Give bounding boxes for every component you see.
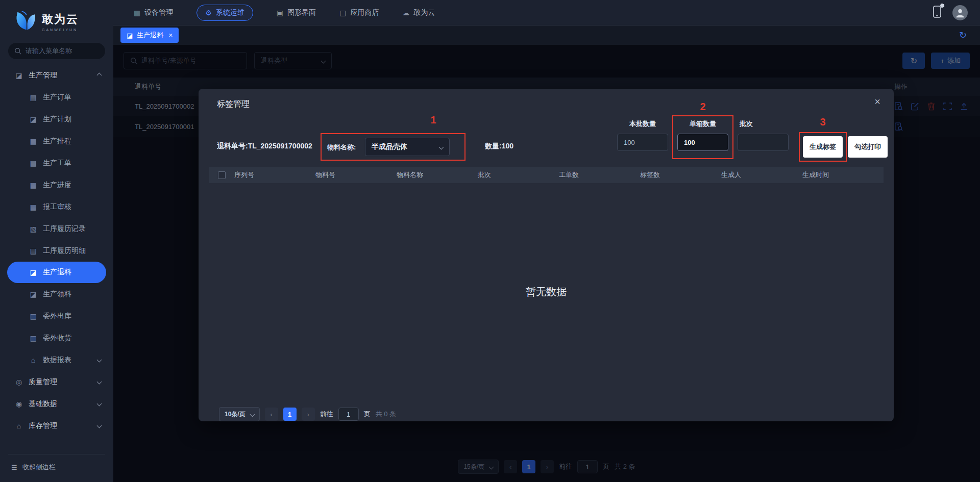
chevron-down-icon <box>97 423 102 428</box>
butterfly-logo-icon <box>13 10 37 33</box>
document-icon: ▧ <box>29 225 38 233</box>
menu-search-placeholder: 请输入菜单名称 <box>26 46 72 56</box>
return-order-number: 退料单号:TL_2025091700002 <box>217 142 312 151</box>
column-work-order-count: 工单数 <box>559 170 640 180</box>
batch-field: 批次 <box>738 119 789 151</box>
search-icon <box>14 47 21 55</box>
menu-search-input[interactable]: 请输入菜单名称 <box>8 43 105 59</box>
clipboard-icon: ▤ <box>29 93 38 102</box>
brand-name: 敢为云 <box>42 12 79 27</box>
generate-labels-button[interactable]: 生成标签 <box>803 136 843 158</box>
prev-page-button[interactable]: ‹ <box>265 408 278 421</box>
dialog-title: 标签管理 <box>217 99 250 110</box>
chevron-down-icon <box>97 401 102 407</box>
column-serial-no: 序列号 <box>234 170 315 180</box>
sidebar-item-report-audit[interactable]: ▦ 报工审核 <box>0 196 113 218</box>
annotation-number-3: 3 <box>799 116 847 128</box>
dialog-pagination: 10条/页 ‹ 1 › 前往 页 共 0 条 <box>219 407 396 421</box>
tab-refresh-icon[interactable]: ↻ <box>959 30 967 41</box>
total-count: 共 0 条 <box>376 410 396 419</box>
document-icon: ▥ <box>29 312 38 320</box>
batch-quantity-input[interactable] <box>617 134 668 151</box>
batch-input[interactable] <box>738 134 789 151</box>
goto-page-input[interactable] <box>338 408 359 421</box>
phone-badge-icon <box>940 3 945 8</box>
nav-device-mgmt[interactable]: ▥ 设备管理 <box>134 8 173 17</box>
user-avatar[interactable] <box>952 5 968 20</box>
app-root: 敢为云 GANWEIYUN 请输入菜单名称 ◪ 生产管理 ▤ 生产订单 ◪ <box>0 0 980 482</box>
box-quantity-input[interactable] <box>677 134 728 151</box>
page-size-select[interactable]: 10条/页 <box>219 407 260 421</box>
sidebar-item-data-report[interactable]: ⌂ 数据报表 <box>0 349 113 371</box>
tab-bar: ◪ 生产退料 × ↻ <box>113 26 980 45</box>
calendar-icon: ▦ <box>29 203 38 211</box>
sidebar-item-production-schedule[interactable]: ▦ 生产排程 <box>0 130 113 152</box>
next-page-button[interactable]: › <box>302 408 315 421</box>
column-create-time: 生成时间 <box>802 170 884 180</box>
dialog-close-icon[interactable]: × <box>874 96 880 108</box>
monitor-icon: ▣ <box>277 9 283 17</box>
nav-system-ops[interactable]: ⚙ 系统运维 <box>197 5 253 21</box>
cube-icon: ◪ <box>29 290 38 298</box>
sidebar-item-production-order[interactable]: ▤ 生产订单 <box>0 86 113 108</box>
collapse-sidebar-icon: ☰ <box>11 464 17 471</box>
label-management-dialog: 标签管理 × 退料单号:TL_2025091700002 物料名称: 半成品壳体… <box>199 89 894 421</box>
butterfly-icon: ☁ <box>402 9 409 17</box>
shield-icon: ◎ <box>14 378 23 386</box>
annotation-number-1: 1 <box>418 114 449 126</box>
chevron-down-icon <box>97 379 102 385</box>
calendar-icon: ▦ <box>29 181 38 189</box>
print-selected-button[interactable]: 勾选打印 <box>848 136 888 158</box>
column-material-no: 物料号 <box>315 170 397 180</box>
sidebar-item-outsource-receive[interactable]: ▥ 委外收货 <box>0 327 113 349</box>
annotation-number-2: 2 <box>672 101 733 113</box>
brand-subtitle: GANWEIYUN <box>42 28 79 32</box>
column-label-count: 标签数 <box>640 170 721 180</box>
sidebar-item-work-order[interactable]: ▤ 生产工单 <box>0 152 113 174</box>
batch-quantity-field: 本批数量 <box>617 119 668 151</box>
document-icon: ▤ <box>29 247 38 255</box>
globe-icon: ◉ <box>14 400 23 408</box>
sidebar-item-inventory-mgmt[interactable]: ⌂ 库存管理 <box>0 415 113 437</box>
chevron-down-icon <box>97 358 102 363</box>
sidebar-item-quality-mgmt[interactable]: ◎ 质量管理 <box>0 371 113 393</box>
page-number-button[interactable]: 1 <box>283 408 297 421</box>
clipboard-icon: ▤ <box>29 159 38 167</box>
collapse-sidebar-button[interactable]: ☰ 收起侧边栏 <box>8 454 105 482</box>
nav-app-store[interactable]: ▤ 应用商店 <box>339 8 379 17</box>
nav-graphic-ui[interactable]: ▣ 图形界面 <box>277 8 316 17</box>
device-icon: ▥ <box>134 9 140 17</box>
nav-ganweiyun[interactable]: ☁ 敢为云 <box>402 8 435 17</box>
tab-production-return[interactable]: ◪ 生产退料 × <box>120 28 179 43</box>
select-all-checkbox[interactable] <box>218 171 226 179</box>
sidebar: 敢为云 GANWEIYUN 请输入菜单名称 ◪ 生产管理 ▤ 生产订单 ◪ <box>0 0 113 482</box>
sidebar-item-process-history-record[interactable]: ▧ 工序履历记录 <box>0 218 113 240</box>
cube-icon: ◪ <box>14 71 23 80</box>
empty-state-text: 暂无数据 <box>199 285 894 299</box>
sidebar-item-production-picking[interactable]: ◪ 生产领料 <box>0 283 113 305</box>
sidebar-item-production-plan[interactable]: ◪ 生产计划 <box>0 108 113 130</box>
column-creator: 生成人 <box>721 170 802 180</box>
person-icon <box>955 8 965 18</box>
home-icon: ⌂ <box>29 356 38 364</box>
tab-close-icon[interactable]: × <box>168 31 173 39</box>
sidebar-item-outsource-outbound[interactable]: ▥ 委外出库 <box>0 305 113 327</box>
chevron-up-icon <box>97 73 102 78</box>
chevron-down-icon <box>250 412 255 417</box>
box-quantity-field: 单箱数量 <box>677 119 728 151</box>
sidebar-menu: ◪ 生产管理 ▤ 生产订单 ◪ 生产计划 ▦ 生产排程 ▤ 生产工单 ▦ <box>0 64 113 454</box>
store-icon: ▤ <box>339 9 346 17</box>
cube-icon: ◪ <box>127 32 133 39</box>
sidebar-item-process-history-detail[interactable]: ▤ 工序履历明细 <box>0 240 113 262</box>
top-navbar: ▥ 设备管理 ⚙ 系统运维 ▣ 图形界面 ▤ 应用商店 ☁ 敢为云 <box>113 0 980 26</box>
material-name-select[interactable]: 半成品壳体 <box>365 138 450 156</box>
mobile-app-button[interactable] <box>932 5 942 20</box>
quantity-text: 数量:100 <box>485 142 513 151</box>
brand-logo: 敢为云 GANWEIYUN <box>0 0 113 40</box>
labels-table-header: 序列号 物料号 物料名称 批次 工单数 标签数 生成人 生成时间 <box>209 167 884 183</box>
document-icon: ▥ <box>29 334 38 342</box>
sidebar-item-base-data[interactable]: ◉ 基础数据 <box>0 393 113 415</box>
sidebar-item-production-return[interactable]: ◪ 生产退料 <box>7 262 106 283</box>
sidebar-item-production-progress[interactable]: ▦ 生产进度 <box>0 174 113 196</box>
sidebar-item-production-mgmt[interactable]: ◪ 生产管理 <box>0 64 113 86</box>
